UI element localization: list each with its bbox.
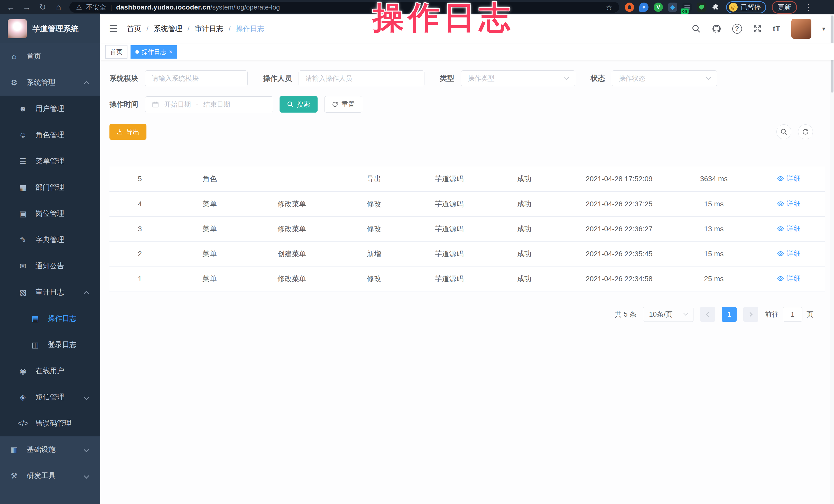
current-page-button[interactable]: 1 [722, 307, 737, 322]
goto-page-input[interactable] [783, 307, 803, 322]
app-title: 芋道管理系统 [32, 24, 79, 34]
search-icon[interactable] [692, 24, 701, 34]
filter-status: 状态 操作状态 [591, 70, 717, 86]
column-header [170, 149, 249, 167]
sidebar-item[interactable]: ✉ 通知公告 [0, 253, 100, 279]
module-input[interactable] [145, 70, 248, 86]
sidebar-item[interactable]: ⚒ 研发工具 [0, 463, 100, 489]
detail-link[interactable]: 详细 [777, 249, 801, 259]
type-select[interactable]: 操作类型 [461, 70, 575, 86]
column-header [753, 149, 825, 167]
browser-back-icon[interactable]: ← [6, 0, 16, 15]
sidebar-toggle-icon[interactable]: ☰ [109, 23, 118, 35]
cell-log-id: 5 [109, 167, 170, 192]
status-select[interactable]: 操作状态 [612, 70, 717, 86]
table-body: 5 角色 导出 芋道源码 成功 2021-04-28 17:52:09 3634… [109, 167, 825, 291]
cell-date: 2021-04-26 22:34:58 [564, 266, 675, 291]
sidebar-item[interactable]: ▧ 审计日志 [0, 279, 100, 305]
extension-icon-pin[interactable] [639, 3, 649, 12]
detail-link[interactable]: 详细 [777, 224, 801, 234]
extension-icon-diamond[interactable]: ◆ [668, 3, 677, 12]
extension-icon-leaf[interactable] [697, 3, 706, 12]
browser-toolbar: ← → ↻ ⌂ ⚠ 不安全 | dashboard.yudao.iocoder.… [0, 0, 834, 15]
sidebar-item[interactable]: ◫ 登录日志 [0, 332, 100, 358]
next-page-button[interactable] [743, 307, 758, 322]
tag-dot-icon [135, 50, 139, 54]
detail-link[interactable]: 详细 [777, 274, 801, 284]
detail-link[interactable]: 详细 [777, 174, 801, 183]
cell-actions: 详细 [753, 192, 825, 216]
operator-input[interactable] [299, 70, 424, 86]
extension-icon-orange[interactable] [625, 3, 634, 12]
tag-home[interactable]: 首页 [105, 45, 128, 59]
menu-item-icon: ▣ [18, 209, 28, 218]
column-header [564, 149, 675, 167]
tag-operate-log[interactable]: 操作日志 × [131, 45, 177, 59]
date-range-picker[interactable]: 开始日期 - 结束日期 [145, 96, 273, 112]
cell-log-id: 4 [109, 192, 170, 216]
search-button[interactable]: 搜索 [280, 96, 317, 113]
help-icon[interactable]: ? [732, 24, 742, 34]
user-avatar[interactable] [791, 19, 811, 39]
browser-forward-icon[interactable]: → [22, 0, 32, 15]
sidebar-item[interactable]: ☺ 角色管理 [0, 122, 100, 148]
sidebar-item[interactable]: ▤ 操作日志 [0, 305, 100, 332]
cell-name: 修改菜单 [249, 192, 335, 216]
cell-operator: 芋道源码 [413, 266, 485, 291]
content: 系统模块 操作人员 类型 操作类型 [100, 60, 834, 504]
font-size-icon[interactable]: tT [773, 24, 781, 33]
sidebar-item[interactable]: ✎ 字典管理 [0, 227, 100, 253]
menu-item-label: 错误码管理 [36, 418, 71, 428]
sidebar-item[interactable]: ▥ 基础设施 [0, 436, 100, 463]
breadcrumb-audit[interactable]: 审计日志 [195, 24, 223, 34]
export-button[interactable]: 导出 [109, 124, 147, 140]
breadcrumb-system[interactable]: 系统管理 [154, 24, 182, 34]
browser-home-icon[interactable]: ⌂ [53, 0, 64, 15]
sidebar-item[interactable]: ◉ 在线用户 [0, 358, 100, 384]
bookmark-star-icon[interactable]: ☆ [606, 3, 613, 12]
sidebar-item[interactable]: </> 错误码管理 [0, 410, 100, 436]
url-domain: dashboard.yudao.iocoder.cn [116, 3, 211, 11]
extensions-puzzle-icon[interactable] [711, 3, 720, 12]
scrollbar[interactable] [830, 15, 834, 504]
sidebar-item[interactable]: ⚙ 系统管理 [0, 69, 100, 95]
cell-type: 修改 [335, 266, 413, 291]
chevron-left-icon [706, 312, 711, 316]
menu-item-label: 登录日志 [48, 340, 76, 350]
page-size-select[interactable]: 10条/页 [643, 307, 694, 322]
prev-page-button[interactable] [700, 307, 715, 322]
refresh-icon[interactable] [798, 125, 813, 139]
detail-label: 详细 [787, 174, 801, 183]
browser-update-button[interactable]: 更新 [772, 1, 797, 14]
browser-reload-icon[interactable]: ↻ [38, 0, 48, 15]
menu-item-icon: ✎ [18, 236, 28, 244]
filter-type: 类型 操作类型 [440, 70, 575, 86]
sidebar-logo[interactable]: 芋道管理系统 [0, 15, 100, 43]
detail-link[interactable]: 详细 [777, 199, 801, 209]
sidebar-item[interactable]: ▣ 岗位管理 [0, 200, 100, 227]
github-icon[interactable] [712, 24, 722, 34]
breadcrumb-home[interactable]: 首页 [127, 24, 141, 34]
table-row: 3 菜单 修改菜单 修改 芋道源码 成功 2021-04-26 22:36:27… [109, 216, 825, 241]
browser-profile-chip[interactable]: ☺ 已暂停 [726, 1, 766, 13]
profile-paused-label: 已暂停 [741, 3, 761, 12]
sidebar-item[interactable]: ☰ 菜单管理 [0, 148, 100, 174]
extension-icon-vue[interactable]: V [654, 3, 663, 12]
sidebar-item[interactable]: ⌂ 首页 [0, 43, 100, 69]
extension-icon-switch[interactable]: on [682, 3, 692, 12]
menu-item-icon: ▦ [18, 183, 28, 192]
sidebar-item[interactable]: ☻ 用户管理 [0, 95, 100, 122]
address-bar[interactable]: ⚠ 不安全 | dashboard.yudao.iocoder.cn/syste… [69, 2, 619, 13]
show-search-icon[interactable] [776, 125, 791, 139]
sidebar-item[interactable]: ◈ 短信管理 [0, 384, 100, 410]
menu-item-label: 菜单管理 [36, 156, 64, 166]
security-label[interactable]: 不安全 [86, 3, 106, 12]
url-text[interactable]: dashboard.yudao.iocoder.cn/system/log/op… [116, 3, 280, 11]
filter-row-2: 操作时间 开始日期 - 结束日期 搜索 [109, 96, 825, 113]
avatar-caret-icon[interactable]: ▾ [822, 25, 825, 32]
fullscreen-icon[interactable] [753, 24, 762, 34]
browser-menu-icon[interactable]: ⋮ [803, 2, 814, 12]
sidebar-item[interactable]: ▦ 部门管理 [0, 174, 100, 200]
reset-button[interactable]: 重置 [324, 96, 362, 113]
tag-close-icon[interactable]: × [169, 49, 172, 55]
